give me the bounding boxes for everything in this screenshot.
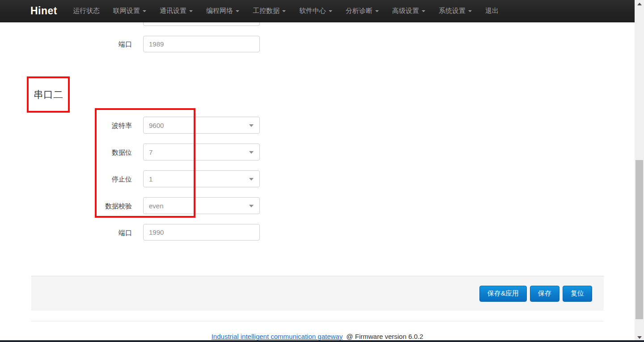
arrow-down-icon [637,336,642,339]
dropdown-caret-icon [249,205,254,207]
parity-label: 数据校验 [27,202,132,211]
scrollbar-thumb[interactable] [636,160,643,319]
gateway-footer-link[interactable]: Industrial intelligent communication gat… [212,333,343,340]
arrow-up-icon [637,3,642,5]
menu-item-logout[interactable]: 退出 [479,0,505,22]
baud-rate-label: 波特率 [27,122,132,130]
port2-input[interactable] [143,224,260,241]
page: Hinet 运行状态 联网设置 通讯设置 编程网络 工控数据 软件中心 分析诊断… [0,0,644,342]
menu-item-software-center[interactable]: 软件中心 [292,0,339,22]
dropdown-caret-icon [249,151,254,154]
caret-down-icon [375,10,379,12]
caret-down-icon [236,10,239,12]
save-button[interactable]: 保存 [530,286,559,302]
annotation-box-section-title: 串口二 [27,76,70,113]
menu-item-analysis-diagnosis[interactable]: 分析诊断 [339,0,386,22]
caret-down-icon [143,10,146,12]
data-bits-select[interactable]: 7 [143,144,260,160]
reset-button[interactable]: 复位 [563,286,592,302]
caret-down-icon [329,10,332,12]
stop-bits-label: 停止位 [27,175,132,184]
menu-item-network-settings[interactable]: 联网设置 [106,0,153,22]
baud-rate-select[interactable]: 9600 [143,117,260,134]
caret-down-icon [282,10,286,12]
section-title-serial2: 串口二 [34,88,63,101]
caret-down-icon [189,10,193,12]
parity-select[interactable]: even [143,197,260,214]
data-bits-label: 数据位 [27,148,132,157]
menu-item-programming-network[interactable]: 编程网络 [199,0,246,22]
caret-down-icon [468,10,472,12]
footer-text: Industrial intelligent communication gat… [0,333,635,340]
port1-input[interactable] [143,36,260,52]
menu-item-comm-settings[interactable]: 通讯设置 [153,0,199,22]
screen-bottom-edge [0,340,644,342]
navbar: Hinet 运行状态 联网设置 通讯设置 编程网络 工控数据 软件中心 分析诊断… [0,0,635,22]
scrollbar[interactable] [635,0,644,342]
save-apply-button[interactable]: 保存&应用 [479,286,527,302]
footer-divider [31,321,604,321]
menu-item-industrial-data[interactable]: 工控数据 [246,0,292,22]
firmware-version-text: @ Firmware version 6.0.2 [346,333,423,340]
menu-item-advanced-settings[interactable]: 高级设置 [386,0,432,22]
stop-bits-select[interactable]: 1 [143,170,260,187]
brand-logo[interactable]: Hinet [30,5,57,17]
menu-item-system-settings[interactable]: 系统设置 [432,0,479,22]
caret-down-icon [422,10,425,12]
dropdown-caret-icon [249,124,254,127]
port2-label: 端口 [27,229,132,237]
scroll-up-button[interactable] [635,0,644,8]
menu-item-running-status[interactable]: 运行状态 [66,0,106,22]
dropdown-caret-icon [249,178,254,181]
port1-label: 端口 [27,40,132,49]
action-bar: 保存&应用 保存 复位 [31,276,604,311]
main-menu: 运行状态 联网设置 通讯设置 编程网络 工控数据 软件中心 分析诊断 高级设置 … [66,0,505,22]
